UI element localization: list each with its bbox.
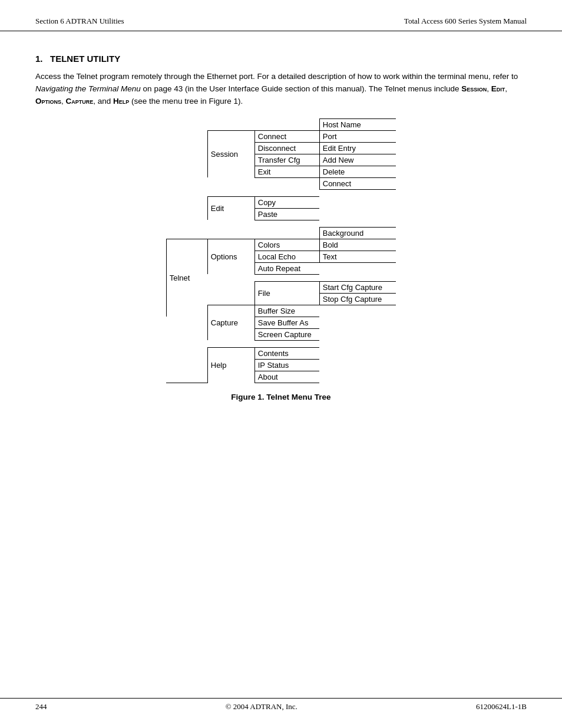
tree-node-ip-status: IP Status bbox=[254, 359, 319, 371]
tree-node-local-echo: Local Echo bbox=[254, 251, 319, 262]
tree-node-auto-repeat: Auto Repeat bbox=[254, 262, 319, 274]
tree-row-transfer: Transfer Cfg Add New bbox=[166, 154, 396, 166]
tree-node-capture: Capture bbox=[207, 305, 254, 340]
tree-row-connect2: Connect bbox=[166, 177, 396, 189]
tree-row-hostname: Host Name bbox=[166, 118, 396, 130]
tree-node-paste: Paste bbox=[254, 208, 319, 220]
tree-row-options-colors: Telnet Options Colors Bold bbox=[166, 239, 396, 251]
tree-node-disconnect: Disconnect bbox=[254, 142, 319, 154]
tree-node-save-buffer: Save Buffer As bbox=[254, 317, 319, 328]
footer-doc-number: 61200624L1-1B bbox=[476, 702, 527, 711]
tree-node-bold: Bold bbox=[319, 239, 396, 251]
page-content: 1. TELNET UTILITY Access the Telnet prog… bbox=[0, 31, 562, 447]
section-number: 1. bbox=[35, 54, 43, 64]
tree-row-ip-status: IP Status bbox=[166, 359, 396, 371]
tree-node-edit: Edit bbox=[207, 196, 254, 220]
tree-node-edit-entry: Edit Entry bbox=[319, 142, 396, 154]
tree-node-screen-capture: Screen Capture bbox=[254, 328, 319, 340]
tree-node-background: Background bbox=[319, 227, 396, 239]
tree-node-contents: Contents bbox=[254, 347, 319, 359]
tree-row-about: About bbox=[166, 371, 396, 383]
section-heading: TELNET UTILITY bbox=[50, 54, 120, 64]
page: Section 6 ADTRAN Utilities Total Access … bbox=[0, 0, 562, 728]
tree-node-colors: Colors bbox=[254, 239, 319, 251]
tree-node-file: File bbox=[254, 281, 319, 305]
tree-node-connect: Connect bbox=[254, 130, 319, 142]
tree-node-buffer-size: Buffer Size bbox=[254, 305, 319, 317]
body-paragraph: Access the Telnet program remotely throu… bbox=[35, 71, 527, 108]
diagram-container: Host Name Session Connect Port Disco bbox=[35, 118, 527, 401]
footer-page-number: 244 bbox=[35, 702, 47, 711]
tree-node-start-cfg: Start Cfg Capture bbox=[319, 281, 396, 293]
tree-node-text: Text bbox=[319, 251, 396, 262]
header-right: Total Access 600 Series System Manual bbox=[404, 17, 527, 26]
tree-node-options: Options bbox=[207, 239, 254, 274]
tree-node-about: About bbox=[254, 371, 319, 383]
tree-row-background: Background bbox=[166, 227, 396, 239]
tree-row-connect-port: Session Connect Port bbox=[166, 130, 396, 142]
tree-node-stop-cfg: Stop Cfg Capture bbox=[319, 293, 396, 305]
tree-row-paste: Paste bbox=[166, 208, 396, 220]
tree-row-exit: Exit Delete bbox=[166, 166, 396, 177]
tree-node-connect2: Connect bbox=[319, 177, 396, 189]
footer-copyright: © 2004 ADTRAN, Inc. bbox=[226, 702, 297, 711]
tree-row-screen-capture: Screen Capture bbox=[166, 328, 396, 340]
tree-node-port: Port bbox=[319, 130, 396, 142]
page-footer: 244 © 2004 ADTRAN, Inc. 61200624L1-1B bbox=[0, 698, 562, 711]
tree-node-transfer-cfg: Transfer Cfg bbox=[254, 154, 319, 166]
tree-node-delete: Delete bbox=[319, 166, 396, 177]
figure-caption: Figure 1. Telnet Menu Tree bbox=[116, 393, 446, 401]
tree-row-disconnect: Disconnect Edit Entry bbox=[166, 142, 396, 154]
tree-row-help-contents: Help Contents bbox=[166, 347, 396, 359]
header-left: Section 6 ADTRAN Utilities bbox=[35, 17, 124, 26]
section-title: 1. TELNET UTILITY bbox=[35, 54, 527, 64]
tree-node-hostname: Host Name bbox=[319, 118, 396, 130]
tree-node-telnet: Telnet bbox=[166, 239, 207, 317]
tree-bottom-border bbox=[166, 383, 396, 383]
page-header: Section 6 ADTRAN Utilities Total Access … bbox=[0, 0, 562, 31]
tree-node-help: Help bbox=[207, 347, 254, 383]
tree-row-save-buffer: Save Buffer As bbox=[166, 317, 396, 328]
tree-node-copy: Copy bbox=[254, 196, 319, 208]
tree-row-edit: Edit Copy bbox=[166, 196, 396, 208]
tree-node-session: Session bbox=[207, 130, 254, 177]
tree-node-add-new: Add New bbox=[319, 154, 396, 166]
tree-node-exit: Exit bbox=[254, 166, 319, 177]
